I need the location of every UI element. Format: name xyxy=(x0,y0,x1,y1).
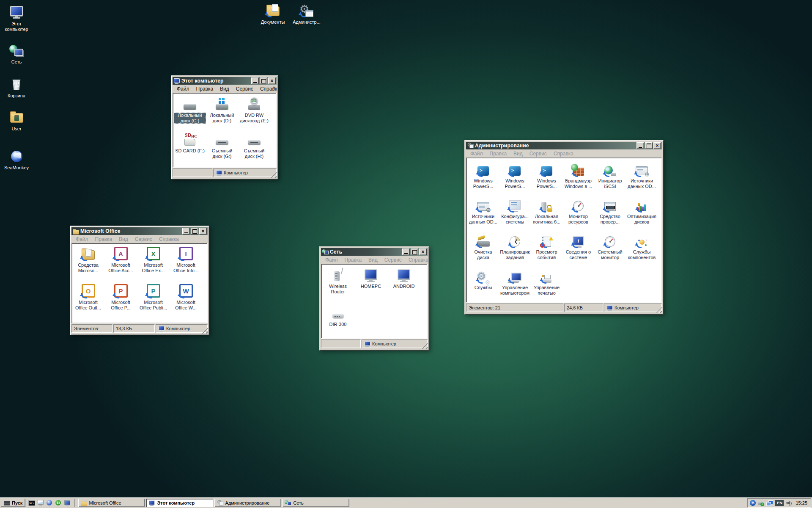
minimize-button[interactable] xyxy=(636,142,644,149)
file-item[interactable]: Источники данных OD... xyxy=(467,197,499,232)
bluetooth-icon[interactable] xyxy=(750,500,756,506)
utorrent-icon[interactable] xyxy=(55,500,62,506)
seamonkey-icon[interactable] xyxy=(46,500,53,506)
minimize-button[interactable] xyxy=(182,228,190,235)
network-icon[interactable] xyxy=(766,500,773,506)
start-button[interactable]: Пуск xyxy=(1,499,25,507)
maximize-button[interactable] xyxy=(191,228,198,235)
file-item[interactable]: Управление компьютером xyxy=(499,268,531,303)
file-item[interactable]: Microsoft Office P... xyxy=(104,283,137,320)
menu-item[interactable]: Сервис xyxy=(381,257,405,263)
menu-item[interactable]: Правка xyxy=(92,236,116,243)
file-item[interactable]: Локальный диск (D:) xyxy=(206,96,238,131)
file-item[interactable]: Съемный диск (H:) xyxy=(238,131,270,167)
menu-item[interactable]: Правка xyxy=(193,86,217,92)
menu-item[interactable]: Вид xyxy=(217,86,233,92)
usb-icon[interactable] xyxy=(758,500,764,506)
file-item[interactable]: Управление печатью xyxy=(531,268,562,303)
menu-item[interactable]: Справк xyxy=(257,86,280,92)
task-button[interactable]: Администрирование xyxy=(214,499,281,507)
task-button[interactable]: Этот компьютер xyxy=(146,499,213,507)
desktop-icon[interactable]: Документы xyxy=(257,2,288,25)
desktop-icon[interactable]: SeaMonkey xyxy=(1,147,32,171)
file-item[interactable]: Wireless Router xyxy=(321,267,354,305)
file-item[interactable]: ANDROID xyxy=(387,267,420,305)
hdd-icon xyxy=(184,104,196,110)
file-item[interactable]: Microsoft Office W... xyxy=(170,283,202,320)
menu-item[interactable]: Сервис xyxy=(233,86,257,92)
file-item[interactable]: Microsoft Office Ex... xyxy=(137,246,170,283)
show-desktop-icon[interactable] xyxy=(64,500,71,506)
menu-item[interactable]: Справка xyxy=(405,257,432,263)
file-item[interactable]: HOMEPC xyxy=(354,267,387,305)
menu-item[interactable]: Справка xyxy=(550,150,577,157)
task-button[interactable]: Сеть xyxy=(283,499,349,507)
menu-item[interactable]: Вид xyxy=(115,236,132,243)
menu-item[interactable]: Файл xyxy=(467,150,486,157)
desktop-icon[interactable]: Администр... xyxy=(291,2,322,25)
file-item[interactable]: Источники данных OD... xyxy=(626,161,658,197)
menu-item[interactable]: Вид xyxy=(365,257,381,263)
file-item[interactable]: Локальная политика б... xyxy=(531,197,562,232)
close-button[interactable]: × xyxy=(268,77,276,84)
maximize-button[interactable] xyxy=(260,77,267,84)
file-item[interactable]: Windows PowerS... xyxy=(499,161,531,197)
titlebar[interactable]: Microsoft Office × xyxy=(71,227,208,235)
close-button[interactable]: × xyxy=(419,248,427,255)
volume-icon[interactable] xyxy=(786,500,792,506)
file-item[interactable]: Microsoft Office Info... xyxy=(170,246,202,283)
file-item[interactable]: Планировщик заданий xyxy=(499,232,531,268)
desktop-icon[interactable]: User xyxy=(1,108,32,132)
file-item[interactable]: Windows PowerS... xyxy=(467,161,499,197)
file-item[interactable]: Съемный диск (G:) xyxy=(206,131,238,167)
maximize-button[interactable] xyxy=(411,248,418,255)
titlebar[interactable]: Администрирование × xyxy=(466,142,662,149)
desktop-icon[interactable]: Сеть xyxy=(1,41,32,65)
menu-item[interactable]: Правка xyxy=(486,150,510,157)
file-item[interactable]: DIR-300 xyxy=(321,305,354,339)
menu-item[interactable]: Файл xyxy=(173,86,193,92)
file-item[interactable]: Службы xyxy=(467,268,499,303)
file-item[interactable]: Локальный диск (C:) xyxy=(174,96,206,131)
file-item[interactable]: SD CARD (F:) xyxy=(174,131,206,167)
file-item[interactable]: Брандмауэр Windows в ... xyxy=(562,161,594,197)
titlebar[interactable]: Этот компьютер × xyxy=(173,77,277,85)
file-item[interactable]: Microsoft Office Outl... xyxy=(72,283,104,320)
file-item[interactable]: Средства Microso... xyxy=(72,246,104,283)
file-item-label: DIR-300 xyxy=(329,322,348,327)
file-item[interactable]: Очистка диска xyxy=(467,232,499,268)
language-indicator[interactable]: EN xyxy=(775,500,784,506)
titlebar[interactable]: Сеть × xyxy=(321,248,428,256)
cmd-icon[interactable] xyxy=(28,500,35,506)
file-item[interactable]: Сведения о системе xyxy=(562,232,594,268)
desktop-icon[interactable]: Этот компьютер xyxy=(1,3,32,32)
file-item[interactable]: Конфигура... системы xyxy=(499,197,531,232)
file-item[interactable]: Системный монитор xyxy=(594,232,626,268)
file-item[interactable]: Microsoft Office Acc... xyxy=(104,246,137,283)
file-item[interactable]: Инициатор iSCSI xyxy=(594,161,626,197)
file-item[interactable]: Средство провер... xyxy=(594,197,626,232)
minimize-button[interactable] xyxy=(402,248,410,255)
close-button[interactable]: × xyxy=(653,142,661,149)
menu-item[interactable]: Сервис xyxy=(526,150,550,157)
file-item[interactable]: DVD RW дисковод (E:) xyxy=(238,96,270,131)
display-icon[interactable] xyxy=(37,500,44,506)
menu-item[interactable]: Справка xyxy=(156,236,182,243)
minimize-button[interactable] xyxy=(251,77,259,84)
file-item[interactable]: Службы компонентов xyxy=(626,232,658,268)
file-item[interactable]: Windows PowerS... xyxy=(531,161,562,197)
maximize-button[interactable] xyxy=(645,142,653,149)
menu-item[interactable]: Вид xyxy=(510,150,526,157)
task-button[interactable]: Microsoft Office xyxy=(78,499,145,507)
desktop-icon[interactable]: Корзина xyxy=(1,75,32,99)
menu-item[interactable]: Правка xyxy=(341,257,365,263)
close-button[interactable]: × xyxy=(199,228,207,235)
menu-item[interactable]: Файл xyxy=(322,257,341,263)
menu-item[interactable]: Сервис xyxy=(132,236,156,243)
file-item[interactable]: Монитор ресурсов xyxy=(562,197,594,232)
file-item[interactable]: Просмотр событий xyxy=(531,232,562,268)
file-item[interactable]: Microsoft Office Publi... xyxy=(137,283,170,320)
menu-item[interactable]: Файл xyxy=(72,236,92,243)
file-item[interactable]: Оптимизация дисков xyxy=(626,197,658,232)
menu-overflow-chevron[interactable]: » xyxy=(273,85,275,90)
